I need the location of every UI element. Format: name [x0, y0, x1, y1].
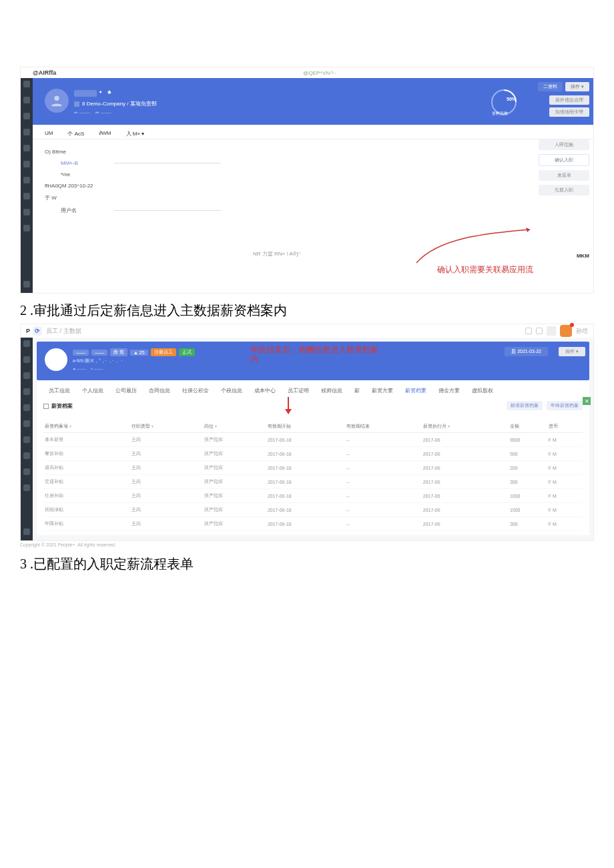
link-button[interactable]: 标准薪资档案 [507, 401, 543, 410]
table-cell: -- [345, 503, 422, 517]
rail-icon[interactable] [23, 193, 30, 199]
tab[interactable]: 个 AcS [67, 130, 84, 137]
rail-icon[interactable] [23, 225, 30, 232]
tab[interactable]: 佣金方案 [438, 387, 460, 394]
caret-icon[interactable]: ▾ [448, 424, 450, 428]
top-icon[interactable] [547, 326, 556, 336]
date-button[interactable]: 皿 2021-03-22 [505, 347, 548, 356]
caret-icon[interactable]: ▾ [215, 424, 217, 428]
tab[interactable]: 社保公积金 [182, 387, 209, 394]
operate-dropdown[interactable]: 操作 ▾ [559, 347, 585, 356]
section-title: 薪资档案 [43, 402, 583, 410]
table-cell: 技产指挥 [203, 489, 266, 503]
quick-action[interactable]: 最外信息点理 [549, 95, 589, 105]
table-cell: 2017-06 [422, 503, 509, 517]
tab-label: @AIRffa [21, 69, 56, 76]
table-cell: 基本薪资 [43, 433, 130, 447]
table-cell: -- [345, 489, 422, 503]
form-label: O) Bttme [45, 149, 98, 155]
tab[interactable]: 成本中心 [254, 387, 276, 394]
rail-settings-icon[interactable] [23, 281, 30, 288]
tab[interactable]: ∂WM [99, 130, 111, 137]
rail-icon[interactable] [23, 372, 30, 379]
primary-button[interactable]: 二资料 [538, 82, 563, 91]
table-cell: 技能津贴 [43, 503, 130, 517]
rail-icon[interactable] [23, 404, 30, 411]
table-cell: 餐饮补助 [43, 447, 130, 461]
rail-settings-icon[interactable] [23, 528, 30, 535]
tab-label-2: @QEP^VN·¹·· [303, 70, 336, 76]
tab[interactable]: 虚拟股权 [472, 387, 493, 394]
tab[interactable]: 薪资方案 [372, 387, 393, 394]
user-name[interactable]: 孙培 [576, 327, 588, 336]
rail-icon[interactable] [23, 356, 30, 363]
rail-icon[interactable] [23, 468, 30, 475]
rail-icon[interactable] [23, 129, 30, 135]
tab[interactable]: 薪 [354, 387, 360, 394]
rail-icon[interactable] [23, 209, 30, 215]
quick-action[interactable]: 知信地明卡理 [549, 107, 589, 117]
side-item[interactable]: 先前入职 [539, 185, 589, 195]
profile-banner: ▪ ♠ 8 Demo-Company / 某项负责部 ▪▪ —— ▪▪ —— 5… [33, 78, 593, 125]
table-cell: 主岗 [130, 517, 203, 531]
table-cell: F M [547, 475, 583, 489]
tab[interactable]: 候师信息 [321, 387, 342, 394]
rail-icon[interactable] [23, 452, 30, 459]
table-cell: F M [547, 517, 583, 531]
rail-icon[interactable] [23, 340, 30, 347]
table-cell: F M [547, 461, 583, 475]
form-note: NR 力堂 RN« ! A®}" [253, 250, 300, 258]
salary-table: 薪资档案项▾ 任职类型▾ 岗位▾ 有效期开始 有效期结束 薪资执行月▾ 金额 货… [43, 420, 583, 531]
caret-icon[interactable]: ▾ [151, 424, 154, 428]
breadcrumb: 员工 / 主数据 [46, 327, 81, 336]
table-row: 基本薪资主岗技产指挥2017-06-18--2017-069000F M [43, 433, 583, 447]
side-item[interactable]: 发应单 [539, 170, 589, 181]
rail-icon[interactable] [23, 161, 30, 167]
rail-icon[interactable] [23, 113, 30, 119]
rail-icon[interactable] [23, 145, 30, 151]
rail-icon[interactable] [23, 436, 30, 443]
table-row: 餐饮补助主岗技产指挥2017-06-18--2017-06500F M [43, 447, 583, 461]
rail-icon[interactable] [23, 388, 30, 395]
tab[interactable]: 个税信息 [221, 387, 242, 394]
side-item-active[interactable]: 确认入职 [539, 154, 589, 166]
table-cell: 1000 [509, 489, 547, 503]
notification-icon[interactable] [560, 325, 572, 337]
caret-icon[interactable]: ▾ [69, 424, 71, 428]
operate-dropdown[interactable]: 操作 ▾ [565, 82, 589, 91]
tab[interactable]: 员工信息 [49, 387, 70, 394]
rail-icon[interactable] [23, 177, 30, 183]
top-icon[interactable] [536, 328, 543, 334]
close-icon[interactable]: ✕ [583, 397, 591, 405]
tab[interactable]: 入 M« ▾ [126, 130, 145, 137]
tab-active[interactable]: 薪资档案 [405, 387, 426, 394]
table-cell: 2017-06-18 [266, 461, 345, 475]
link-button[interactable]: 年终薪资档案 [547, 401, 583, 410]
tab[interactable]: 合同信息 [149, 387, 170, 394]
table-cell: 2017-06-18 [266, 503, 345, 517]
logo: P [26, 328, 30, 334]
rail-icon[interactable] [23, 97, 30, 103]
table-cell: 主岗 [130, 461, 203, 475]
table-cell: 2017-06 [422, 433, 509, 447]
chip: 正式 [179, 348, 195, 356]
top-icon[interactable] [525, 328, 532, 334]
progress-label: 资料完整 [492, 111, 508, 117]
table-cell: -- [345, 433, 422, 447]
left-rail [21, 78, 33, 293]
rail-icon[interactable] [23, 81, 30, 87]
chip: 曲 焦 [110, 348, 127, 356]
rail-icon[interactable] [23, 484, 30, 491]
tab[interactable]: UM [45, 130, 53, 137]
table-cell: F M [547, 433, 583, 447]
rail-icon[interactable] [23, 420, 30, 427]
tab[interactable]: 员工证明 [288, 387, 309, 394]
org-icon [74, 101, 79, 107]
left-rail [21, 338, 33, 540]
side-item[interactable]: 人即指施 [539, 139, 589, 150]
tab[interactable]: 公司履历 [115, 387, 137, 394]
annotation-arrow: 确认入职需要关联易应用流 [413, 226, 533, 276]
home-icon[interactable]: ⟳ [33, 326, 42, 336]
window-titlebar: @AIRffa @QEP^VN·¹·· [21, 67, 593, 78]
tab[interactable]: 个人信息 [82, 387, 103, 394]
